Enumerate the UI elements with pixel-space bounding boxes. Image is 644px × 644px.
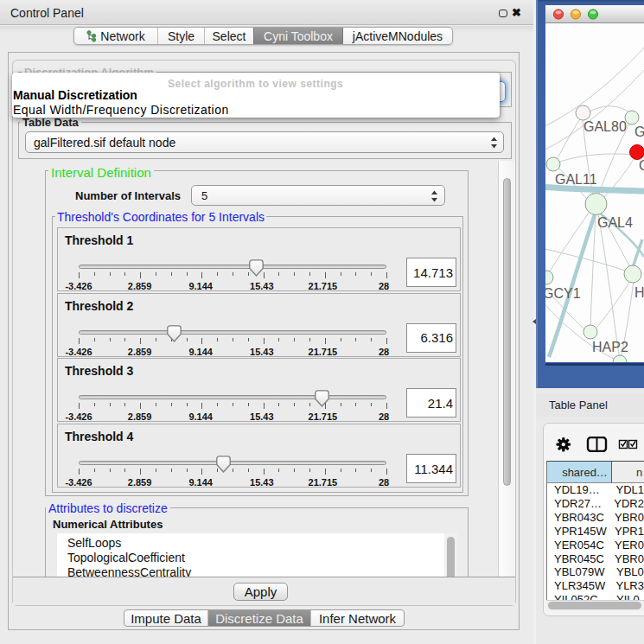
svg-text:GA: GA xyxy=(634,124,644,139)
svg-text:GAL80: GAL80 xyxy=(583,119,627,134)
svg-text:CD: CD xyxy=(639,158,644,173)
svg-text:GAL4: GAL4 xyxy=(597,215,633,230)
svg-text:GAL11: GAL11 xyxy=(555,172,597,187)
svg-text:GCY1: GCY1 xyxy=(545,286,581,301)
svg-text:HA: HA xyxy=(634,285,644,300)
svg-text:HAP2: HAP2 xyxy=(592,340,628,354)
